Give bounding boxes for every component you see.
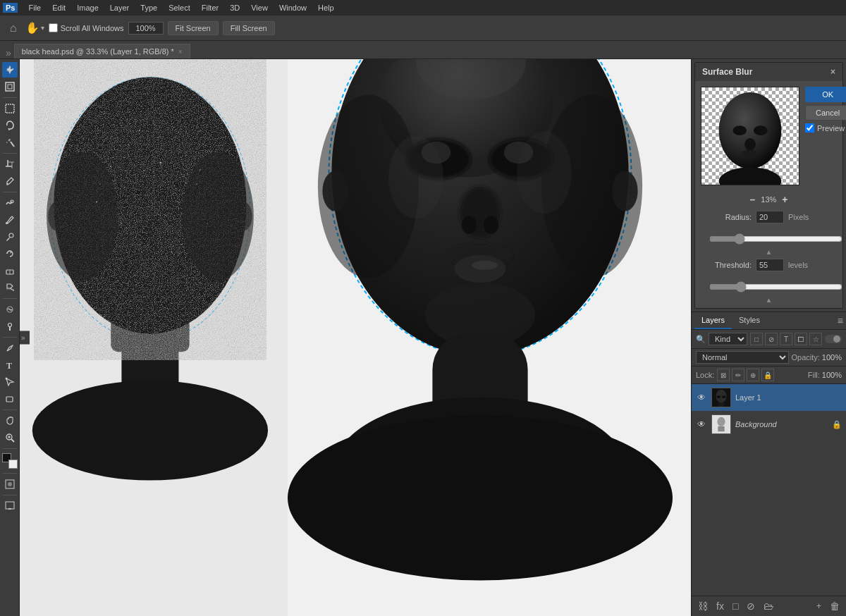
paint-bucket-tool[interactable] <box>2 280 18 295</box>
add-layer-mask-icon[interactable]: □ <box>730 599 740 613</box>
surface-blur-zoom-value: 13% <box>761 195 776 204</box>
hand-tool[interactable] <box>2 413 18 429</box>
fill-label: Fill: <box>808 371 820 379</box>
menu-select[interactable]: Select <box>164 2 195 13</box>
surface-blur-preview-image[interactable] <box>701 87 799 185</box>
menu-filter[interactable]: Filter <box>197 2 223 13</box>
magic-wand-tool[interactable] <box>2 135 18 150</box>
surface-blur-zoom-out-icon[interactable]: – <box>749 194 755 205</box>
menu-edit[interactable]: Edit <box>47 2 70 13</box>
marquee-tool[interactable] <box>2 101 18 116</box>
scroll-all-windows-label[interactable]: Scroll All Windows <box>49 23 124 32</box>
screen-mode-button[interactable] <box>2 498 18 514</box>
new-fill-adjustment-icon[interactable]: ⊘ <box>744 599 757 613</box>
svg-point-66 <box>200 169 201 171</box>
menu-layer[interactable]: Layer <box>105 2 135 13</box>
type-tool[interactable]: T <box>2 357 18 373</box>
document-tab[interactable]: black head.psd @ 33.3% (Layer 1, RGB/8) … <box>14 44 190 58</box>
styles-tab[interactable]: Styles <box>732 312 767 329</box>
tab-expand-icon[interactable]: » <box>6 47 11 58</box>
opacity-value[interactable]: 100% <box>822 353 842 362</box>
eraser-tool[interactable] <box>2 263 18 278</box>
fill-screen-button[interactable]: Fill Screen <box>223 21 275 35</box>
screen-mode-quick-mask[interactable] <box>2 476 18 492</box>
surface-blur-preview-checkbox[interactable] <box>805 123 814 133</box>
menu-view[interactable]: View <box>246 2 273 13</box>
fit-screen-button[interactable]: Fit Screen <box>168 21 219 35</box>
radius-input[interactable] <box>756 211 784 223</box>
surface-blur-zoom-in-icon[interactable]: + <box>782 194 787 205</box>
filter-icon-adjustment[interactable]: ⊘ <box>765 333 778 345</box>
surface-blur-title-bar[interactable]: Surface Blur × <box>695 63 842 81</box>
shape-tool[interactable] <box>2 391 18 407</box>
eyedropper-tool[interactable] <box>2 173 18 189</box>
svg-point-61 <box>171 251 172 252</box>
artboard-tool[interactable] <box>2 79 18 94</box>
healing-tool[interactable] <box>2 195 18 211</box>
new-layer-icon[interactable]: + <box>814 600 823 612</box>
menu-window[interactable]: Window <box>274 2 312 13</box>
threshold-input[interactable] <box>756 259 784 271</box>
menu-image[interactable]: Image <box>72 2 104 13</box>
lasso-tool[interactable] <box>2 118 18 133</box>
surface-blur-cancel-button[interactable]: Cancel <box>805 105 846 121</box>
lock-transparent-pixels[interactable]: ⊠ <box>717 369 730 381</box>
background-color[interactable] <box>8 460 18 469</box>
layers-tab[interactable]: Layers <box>694 312 732 329</box>
svg-point-89 <box>322 171 348 211</box>
radius-slider-marker: ▲ <box>695 249 842 256</box>
surface-blur-ok-button[interactable]: OK <box>805 87 846 102</box>
menu-file[interactable]: File <box>23 2 46 13</box>
threshold-unit: levels <box>788 261 808 269</box>
filter-toggle[interactable] <box>825 335 842 343</box>
pen-tool[interactable] <box>2 340 18 356</box>
crop-tool[interactable] <box>2 156 18 172</box>
fill-value[interactable]: 100% <box>822 371 842 379</box>
filter-kind-dropdown[interactable]: Kind <box>709 333 747 345</box>
panel-expand-toggle[interactable]: » <box>20 331 30 345</box>
hand-tool-icon[interactable]: ✋ <box>25 21 39 35</box>
color-swatch[interactable] <box>2 453 18 469</box>
filter-icon-type[interactable]: T <box>780 333 792 345</box>
delete-layer-icon[interactable]: 🗑 <box>828 599 842 613</box>
menu-help[interactable]: Help <box>313 2 339 13</box>
filter-icon-smart[interactable]: ☆ <box>809 333 822 345</box>
filter-icon-shape[interactable]: ⧠ <box>795 333 807 345</box>
brush-tool[interactable] <box>2 212 18 228</box>
layer-item-background[interactable]: 👁 Background 🔒 <box>692 411 846 438</box>
layer-visibility-layer1[interactable]: 👁 <box>696 392 707 403</box>
add-layer-style-icon[interactable]: fx <box>714 599 726 613</box>
svg-point-81 <box>462 216 477 234</box>
home-button[interactable]: ⌂ <box>6 22 21 35</box>
menu-type[interactable]: Type <box>135 2 162 13</box>
layer-item-layer1[interactable]: 👁 Layer 1 <box>692 384 846 411</box>
hand-tool-wrap: ✋ ▾ <box>25 21 44 35</box>
hand-dropdown-arrow[interactable]: ▾ <box>41 24 44 32</box>
blend-mode-dropdown[interactable]: Normal <box>696 351 789 364</box>
zoom-tool[interactable] <box>2 430 18 445</box>
filter-icon-pixel[interactable]: □ <box>750 333 763 345</box>
layer-visibility-background[interactable]: 👁 <box>696 419 707 430</box>
link-layers-icon[interactable]: ⛓ <box>696 599 710 613</box>
lock-all[interactable]: 🔒 <box>761 369 774 381</box>
blur-tool[interactable] <box>2 302 18 317</box>
layers-panel-menu-icon[interactable]: ≡ <box>838 315 843 326</box>
dodge-tool[interactable] <box>2 319 18 334</box>
lock-image-pixels[interactable]: ✏ <box>732 369 744 381</box>
svg-point-50 <box>47 152 118 281</box>
lock-position[interactable]: ⊕ <box>747 369 759 381</box>
scroll-all-windows-checkbox[interactable] <box>49 23 58 32</box>
clone-stamp-tool[interactable] <box>2 229 18 245</box>
path-selection-tool[interactable] <box>2 374 18 390</box>
surface-blur-preview-label[interactable]: Preview <box>805 123 846 133</box>
surface-blur-close-icon[interactable]: × <box>830 67 835 77</box>
svg-rect-0 <box>6 82 14 91</box>
threshold-slider[interactable] <box>709 281 842 292</box>
new-group-icon[interactable]: 🗁 <box>761 599 776 613</box>
document-tab-close[interactable]: × <box>178 48 183 56</box>
radius-slider[interactable] <box>709 233 842 245</box>
history-brush-tool[interactable] <box>2 246 18 261</box>
zoom-input[interactable] <box>128 22 164 35</box>
move-tool[interactable] <box>2 62 18 78</box>
menu-3d[interactable]: 3D <box>225 2 245 13</box>
